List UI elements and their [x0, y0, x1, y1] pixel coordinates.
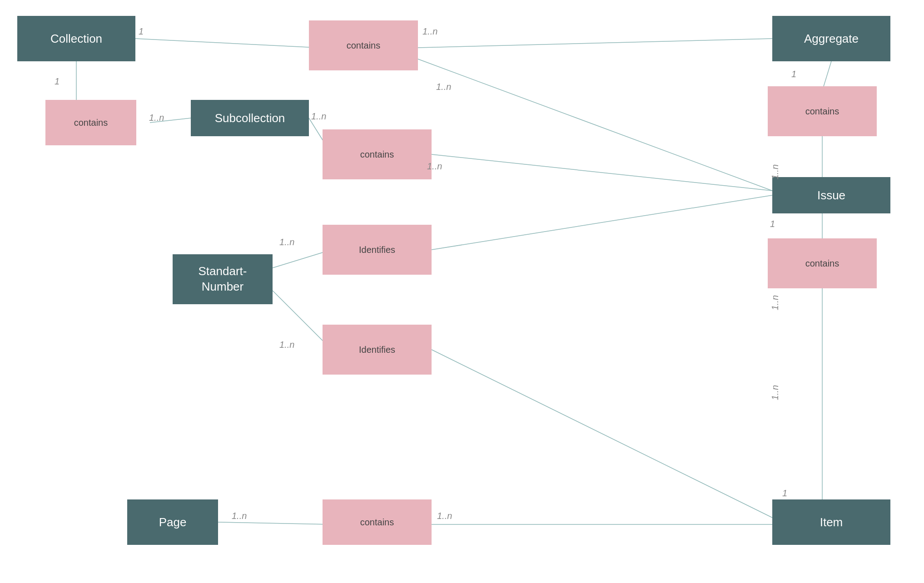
card-9: 1..n — [770, 164, 780, 179]
card-6: 1..n — [436, 82, 451, 92]
card-10: 1 — [770, 219, 775, 229]
diamond-contains1: contains — [309, 20, 418, 70]
card-16: 1..n — [437, 511, 452, 521]
card-17: 1..n — [770, 385, 780, 400]
entity-collection: Collection — [17, 16, 135, 61]
svg-line-15 — [218, 522, 332, 524]
svg-line-0 — [135, 39, 318, 48]
card-15: 1..n — [232, 511, 247, 521]
svg-line-1 — [418, 39, 772, 48]
card-14: 1 — [782, 488, 787, 499]
diamond-contains4: contains — [768, 86, 877, 136]
diagram-container: Collection Subcollection Aggregate Issue… — [0, 0, 924, 583]
diamond-contains2: contains — [45, 100, 136, 145]
card-4: 1..n — [149, 113, 164, 123]
card-5: 1..n — [311, 111, 326, 122]
card-1: 1 — [139, 26, 144, 37]
diamond-contains5: contains — [768, 238, 877, 288]
entity-page: Page — [127, 499, 218, 545]
entity-aggregate: Aggregate — [772, 16, 890, 61]
svg-line-6 — [432, 154, 772, 191]
card-13: 1..n — [279, 340, 294, 350]
entity-subcollection: Subcollection — [191, 100, 309, 136]
card-8: 1 — [791, 69, 796, 79]
card-7: 1..n — [427, 161, 442, 172]
svg-line-12 — [432, 195, 772, 250]
entity-standart-number: Standart- Number — [173, 254, 273, 304]
entity-item: Item — [772, 499, 890, 545]
diamond-contains3: contains — [323, 129, 432, 179]
card-12: 1..n — [279, 237, 294, 247]
card-3: 1 — [55, 76, 60, 87]
diamond-identifies2: Identifies — [323, 325, 432, 375]
svg-line-5 — [418, 59, 772, 191]
diamond-contains6: contains — [323, 499, 432, 545]
diamond-identifies1: Identifies — [323, 225, 432, 275]
svg-line-14 — [432, 350, 772, 518]
entity-issue: Issue — [772, 177, 890, 213]
card-11: 1..n — [770, 295, 780, 310]
card-2: 1..n — [422, 26, 437, 37]
